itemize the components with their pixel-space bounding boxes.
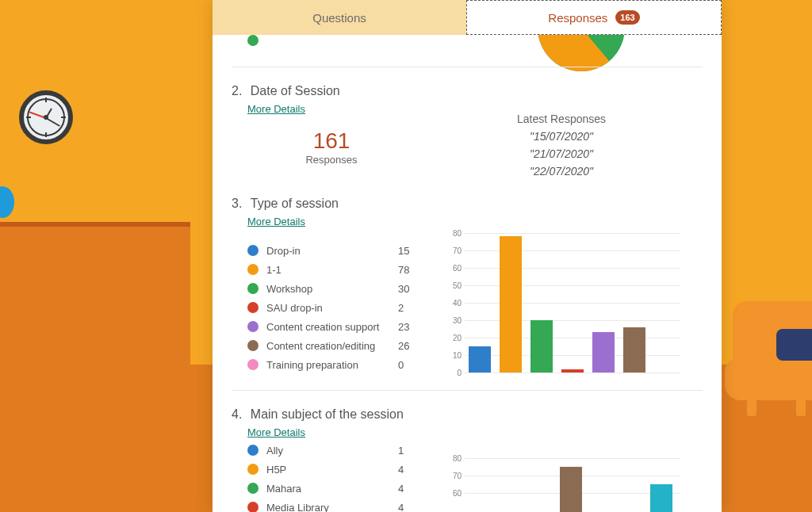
legend-dot — [247, 445, 259, 456]
tab-questions[interactable]: Questions — [213, 0, 466, 35]
wall-clock — [19, 90, 73, 144]
y-tick-label: 80 — [442, 454, 462, 463]
y-tick-label: 60 — [442, 264, 462, 273]
q4-bar-chart: 607080 — [442, 458, 680, 512]
question-4: 4. Main subject of the session More Deta… — [232, 407, 703, 439]
q4-title: Main subject of the session — [251, 407, 404, 421]
prev-question-pie — [514, 35, 649, 83]
q2-latest-1: "21/07/2020" — [482, 147, 641, 160]
q3-legend: Drop-in151-178Workshop30SAU drop-in2Cont… — [247, 241, 422, 374]
legend-dot — [247, 245, 259, 256]
legend-value: 26 — [398, 340, 422, 352]
legend-label: Content creation support — [266, 321, 398, 333]
form-panel: Questions Responses 163 2. Date of Sessi… — [213, 0, 722, 512]
legend-row: Content creation support23 — [247, 317, 422, 336]
y-tick-label: 10 — [442, 351, 462, 360]
divider — [232, 67, 703, 67]
tab-questions-label: Questions — [312, 11, 366, 25]
q4-number: 4. — [232, 407, 242, 421]
q3-bar-chart: 01020304050607080 — [442, 233, 680, 373]
legend-row: Content creation/editing26 — [247, 336, 422, 355]
q3-more-details-link[interactable]: More Details — [247, 216, 305, 227]
sofa — [717, 289, 812, 416]
q2-count-label: Responses — [284, 154, 379, 166]
y-tick-label: 0 — [442, 369, 462, 377]
legend-row: Training preparation0 — [247, 355, 422, 374]
legend-value: 78 — [398, 264, 422, 276]
legend-dot — [247, 464, 259, 475]
legend-label: Content creation/editing — [266, 340, 398, 352]
prev-legend-dot — [247, 35, 259, 46]
legend-row: Drop-in15 — [247, 241, 422, 260]
legend-label: Media Library — [266, 502, 398, 513]
q2-number: 2. — [232, 84, 242, 97]
y-tick-label: 80 — [442, 229, 462, 238]
legend-label: Workshop — [266, 283, 398, 295]
bar — [650, 484, 672, 512]
legend-row: Ally1 — [247, 441, 422, 460]
legend-label: SAU drop-in — [266, 302, 398, 314]
q2-latest-0: "15/07/2020" — [482, 130, 641, 143]
bar — [469, 346, 491, 373]
tabs: Questions Responses 163 — [213, 0, 722, 35]
q2-latest-heading: Latest Responses — [482, 113, 641, 125]
q4-legend: Ally1H5P4Mahara4Media Library4 — [247, 441, 422, 512]
y-tick-label: 40 — [442, 299, 462, 308]
q4-more-details-link[interactable]: More Details — [247, 426, 305, 438]
legend-label: Training preparation — [266, 359, 398, 371]
legend-row: Media Library4 — [247, 498, 422, 512]
bar — [623, 327, 645, 373]
legend-dot — [247, 483, 259, 494]
legend-row: 1-178 — [247, 260, 422, 279]
legend-value: 23 — [398, 321, 422, 333]
q2-title: Date of Session — [251, 84, 340, 97]
legend-row: Workshop30 — [247, 279, 422, 298]
y-tick-label: 50 — [442, 281, 462, 290]
responses-count-badge: 163 — [615, 10, 639, 25]
gridline — [465, 373, 680, 373]
y-tick-label: 30 — [442, 316, 462, 325]
q3-chart-bars — [465, 233, 680, 373]
q2-response-count: 161 Responses — [284, 128, 379, 166]
legend-dot — [247, 340, 259, 351]
legend-row: Mahara4 — [247, 479, 422, 498]
legend-label: Mahara — [266, 483, 398, 495]
app-stage: Questions Responses 163 2. Date of Sessi… — [0, 0, 812, 512]
legend-label: Ally — [266, 445, 398, 457]
q2-latest-responses: Latest Responses "15/07/2020" "21/07/202… — [482, 113, 641, 178]
y-tick-label: 60 — [442, 489, 462, 498]
clock-center — [44, 115, 48, 120]
desk-left — [0, 222, 190, 460]
bar — [530, 320, 553, 373]
legend-row: H5P4 — [247, 460, 422, 479]
legend-value: 30 — [398, 283, 422, 295]
q2-more-details-link[interactable]: More Details — [247, 103, 305, 115]
y-tick-label: 70 — [442, 246, 462, 255]
legend-label: Drop-in — [266, 245, 398, 257]
q4-chart-bars — [465, 458, 680, 512]
y-tick-label: 70 — [442, 472, 462, 480]
legend-value: 4 — [398, 483, 422, 495]
legend-dot — [247, 283, 259, 294]
legend-dot — [247, 321, 259, 332]
legend-dot — [247, 264, 259, 275]
legend-value: 0 — [398, 359, 422, 371]
legend-value: 15 — [398, 245, 422, 257]
legend-label: 1-1 — [266, 264, 398, 276]
question-2: 2. Date of Session More Details — [232, 84, 703, 116]
legend-dot — [247, 302, 259, 313]
legend-row: SAU drop-in2 — [247, 298, 422, 317]
q3-title: Type of session — [251, 197, 339, 210]
bar — [560, 467, 582, 512]
legend-value: 1 — [398, 445, 422, 457]
tab-responses[interactable]: Responses 163 — [466, 0, 722, 35]
q2-count: 161 — [284, 128, 379, 154]
legend-dot — [247, 359, 259, 370]
legend-dot — [247, 502, 259, 512]
content-scroll[interactable]: 2. Date of Session More Details 161 Resp… — [213, 35, 722, 512]
bar — [500, 236, 522, 373]
divider — [232, 390, 703, 391]
tab-responses-label: Responses — [548, 11, 607, 25]
legend-value: 4 — [398, 502, 422, 513]
legend-value: 2 — [398, 302, 422, 314]
